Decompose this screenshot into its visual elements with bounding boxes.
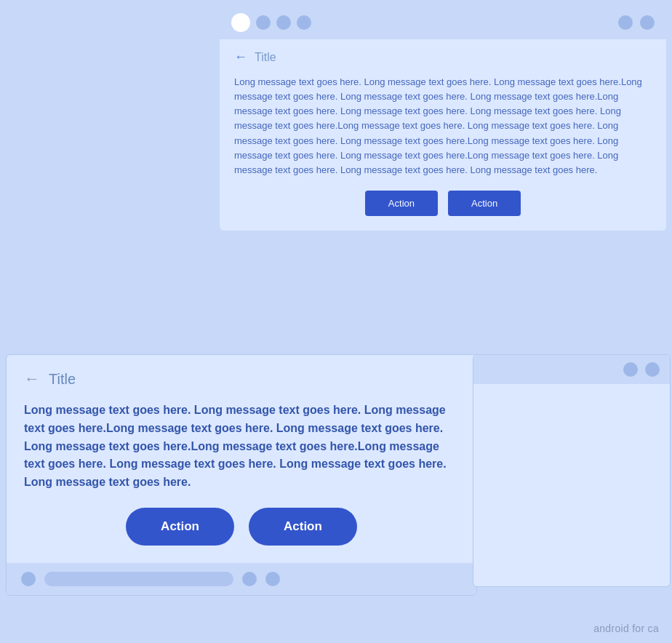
top-card: ← Title Long message text goes here. Lon… (220, 6, 666, 231)
right-panel-topbar (473, 355, 670, 384)
dot-2 (256, 15, 271, 30)
dot-1 (231, 13, 250, 32)
top-action-button-2[interactable]: Action (448, 191, 521, 216)
nav-dot-2 (242, 572, 257, 586)
top-card-content: ← Title Long message text goes here. Lon… (220, 39, 666, 231)
bottom-card: ← Title Long message text goes here. Lon… (6, 354, 477, 596)
top-action-button-1[interactable]: Action (365, 191, 438, 216)
bottom-nav-bar (7, 563, 476, 595)
top-card-message: Long message text goes here. Long messag… (234, 75, 652, 177)
bottom-card-title: Title (49, 371, 76, 388)
bottom-back-arrow-icon[interactable]: ← (24, 370, 40, 388)
top-card-title: Title (255, 51, 276, 64)
dot-4 (297, 15, 311, 30)
bottom-card-titlebar: ← Title (24, 370, 459, 388)
right-panel-dot-2 (645, 362, 660, 377)
top-statusbar (220, 6, 666, 39)
bottom-card-inner: ← Title Long message text goes here. Lon… (7, 355, 476, 563)
nav-dot-3 (265, 572, 280, 586)
bottom-card-actions: Action Action (24, 508, 459, 546)
statusbar-right-dots (618, 15, 655, 30)
right-panel-content (473, 384, 670, 413)
right-panel-dot-1 (623, 362, 638, 377)
statusbar-left-dots (231, 13, 311, 32)
bottom-action-button-1[interactable]: Action (126, 508, 234, 546)
dot-6 (640, 15, 655, 30)
back-arrow-icon[interactable]: ← (234, 49, 247, 65)
bottom-action-button-2[interactable]: Action (249, 508, 357, 546)
watermark: android for ca (593, 623, 659, 634)
bottom-card-message: Long message text goes here. Long messag… (24, 402, 459, 492)
top-card-titlebar: ← Title (234, 49, 652, 65)
dot-5 (618, 15, 633, 30)
nav-dot-1 (21, 572, 36, 586)
dot-3 (276, 15, 291, 30)
right-panel (473, 354, 671, 587)
top-card-actions: Action Action (234, 191, 652, 216)
nav-pill (44, 572, 233, 586)
